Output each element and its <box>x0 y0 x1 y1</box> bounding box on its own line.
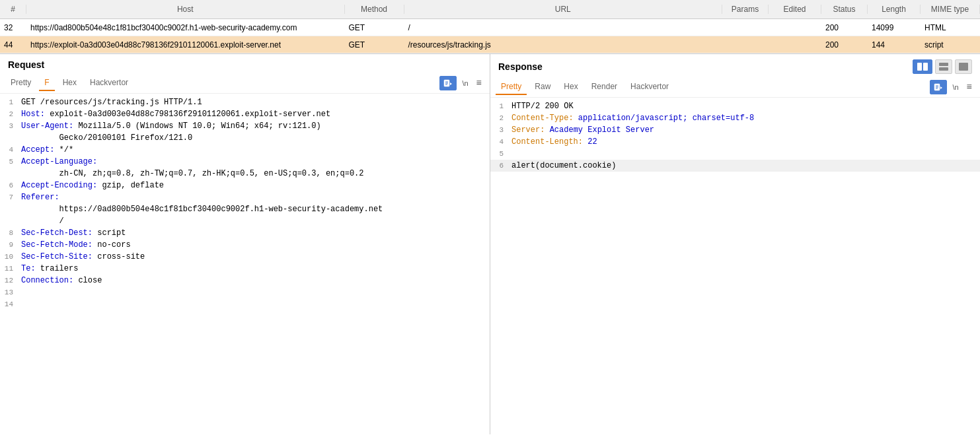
request-line: 12Connection: close <box>0 275 490 286</box>
svg-rect-5 <box>917 63 922 71</box>
cell-mime: script <box>921 40 980 50</box>
line-number: 8 <box>0 227 19 239</box>
line-content: Accept-Language: zh-CN, zh;q=0.8, zh-TW;… <box>19 156 490 180</box>
response-line: 4Content-Length: 22 <box>490 136 980 148</box>
response-tabs: Pretty Raw Hex Render Hackvertor \n ≡ <box>490 77 980 98</box>
response-line: 1HTTP/2 200 OK <box>490 100 980 112</box>
line-content: Referer: https://0ad800b504e48c1f81bcf30… <box>19 191 490 227</box>
col-status: Status <box>821 5 868 14</box>
tab-request-f[interactable]: F <box>39 75 54 91</box>
request-line: 9Sec-Fetch-Mode: no-cors <box>0 239 490 251</box>
line-number: 10 <box>0 251 19 263</box>
line-content: Content-Length: 22 <box>509 136 980 148</box>
request-line: 3User-Agent: Mozilla/5.0 (Windows NT 10.… <box>0 120 490 144</box>
line-number: 12 <box>0 275 19 286</box>
line-content: Sec-Fetch-Mode: no-cors <box>19 239 490 251</box>
cell-mime: HTML <box>921 23 980 32</box>
line-number: 3 <box>0 120 19 132</box>
tab-request-pretty[interactable]: Pretty <box>5 75 36 91</box>
col-params: Params <box>722 5 769 14</box>
response-line: 5 <box>490 148 980 160</box>
cell-length: 144 <box>868 40 921 50</box>
table-row[interactable]: 44 https://exploit-0a3d003e04d88c798136f… <box>0 36 980 53</box>
request-line: 7Referer: https://0ad800b504e48c1f81bcf3… <box>0 191 490 227</box>
line-number: 4 <box>0 144 19 156</box>
response-menu-btn[interactable]: ≡ <box>964 82 975 92</box>
response-layout-btn1[interactable] <box>913 59 932 74</box>
request-line: 8Sec-Fetch-Dest: script <box>0 227 490 239</box>
response-toolbar: \n ≡ <box>930 80 975 94</box>
tab-response-hackvertor[interactable]: Hackvertor <box>625 79 674 95</box>
request-line: 4Accept: */* <box>0 144 490 156</box>
tab-response-render[interactable]: Render <box>586 79 622 95</box>
line-number: 3 <box>490 124 509 136</box>
request-line: 1GET /resources/js/tracking.js HTTP/1.1 <box>0 96 490 108</box>
cell-method: GET <box>345 23 404 32</box>
cell-url: /resources/js/tracking.js <box>404 40 723 50</box>
svg-rect-8 <box>939 67 948 71</box>
cell-url: / <box>404 23 723 32</box>
tab-response-hex[interactable]: Hex <box>558 79 583 95</box>
cell-host: https://0ad800b504e48c1f81bcf30400c9002f… <box>26 23 345 32</box>
tab-request-hex[interactable]: Hex <box>57 75 82 91</box>
request-line: 5Accept-Language: zh-CN, zh;q=0.8, zh-TW… <box>0 156 490 180</box>
line-number: 6 <box>0 180 19 191</box>
line-number: 11 <box>0 263 19 275</box>
table-body: 32 https://0ad800b504e48c1f81bcf30400c90… <box>0 19 980 53</box>
line-number: 2 <box>490 112 509 124</box>
table-header: # Host Method URL Params Edited Status L… <box>0 0 980 19</box>
response-line: 6alert(document.cookie) <box>490 160 980 172</box>
request-wrap-btn[interactable]: \n <box>459 78 471 88</box>
line-content: Te: trailers <box>19 263 490 275</box>
col-length: Length <box>868 5 921 14</box>
line-content: Accept: */* <box>19 144 490 156</box>
line-content: Sec-Fetch-Dest: script <box>19 227 490 239</box>
response-layout-btn2[interactable] <box>935 59 952 74</box>
line-number: 6 <box>490 160 509 172</box>
request-panel: Request Pretty F Hex Hackvertor \n ≡ <box>0 54 490 434</box>
cell-host: https://exploit-0a3d003e04d88c798136f291… <box>26 40 345 50</box>
line-content: Sec-Fetch-Site: cross-site <box>19 251 490 263</box>
svg-marker-14 <box>940 86 942 89</box>
svg-marker-4 <box>450 83 452 85</box>
tab-response-pretty[interactable]: Pretty <box>496 79 527 95</box>
line-number: 13 <box>0 286 19 298</box>
tab-response-raw[interactable]: Raw <box>529 79 556 95</box>
line-content: alert(document.cookie) <box>509 160 980 172</box>
detail-panels: Request Pretty F Hex Hackvertor \n ≡ <box>0 53 980 434</box>
table-row[interactable]: 32 https://0ad800b504e48c1f81bcf30400c90… <box>0 19 980 36</box>
line-number: 1 <box>0 96 19 108</box>
line-content: Server: Academy Exploit Server <box>509 124 980 136</box>
tab-request-hackvertor[interactable]: Hackvertor <box>85 75 133 91</box>
line-content: User-Agent: Mozilla/5.0 (Windows NT 10.0… <box>19 120 490 144</box>
response-layout-btn3[interactable] <box>955 59 972 74</box>
request-content: 1GET /resources/js/tracking.js HTTP/1.12… <box>0 94 490 434</box>
line-content: HTTP/2 200 OK <box>509 100 980 112</box>
line-number: 1 <box>490 100 509 112</box>
col-edited: Edited <box>769 5 821 14</box>
request-send-btn[interactable] <box>439 76 457 90</box>
col-num: # <box>0 5 26 14</box>
col-mime: MIME type <box>921 5 980 14</box>
request-toolbar: \n ≡ <box>439 76 484 90</box>
line-number: 5 <box>0 156 19 168</box>
line-content: GET /resources/js/tracking.js HTTP/1.1 <box>19 96 490 108</box>
request-tabs: Pretty F Hex Hackvertor \n ≡ <box>0 73 490 94</box>
request-line: 6Accept-Encoding: gzip, deflate <box>0 180 490 191</box>
cell-num: 44 <box>0 40 26 50</box>
line-content: Connection: close <box>19 275 490 286</box>
response-wrap-btn[interactable]: \n <box>950 82 961 92</box>
response-panel: Response <box>490 54 980 434</box>
response-send-btn[interactable] <box>930 80 947 94</box>
request-line: 10Sec-Fetch-Site: cross-site <box>0 251 490 263</box>
cell-num: 32 <box>0 23 26 32</box>
request-line: 14 <box>0 298 490 310</box>
response-panel-title: Response <box>498 61 543 72</box>
line-number: 7 <box>0 191 19 203</box>
line-number: 9 <box>0 239 19 251</box>
response-content: 1HTTP/2 200 OK2Content-Type: application… <box>490 98 980 434</box>
request-line: 13 <box>0 286 490 298</box>
request-menu-btn[interactable]: ≡ <box>474 78 484 88</box>
request-line: 11Te: trailers <box>0 263 490 275</box>
cell-status: 200 <box>821 40 868 50</box>
